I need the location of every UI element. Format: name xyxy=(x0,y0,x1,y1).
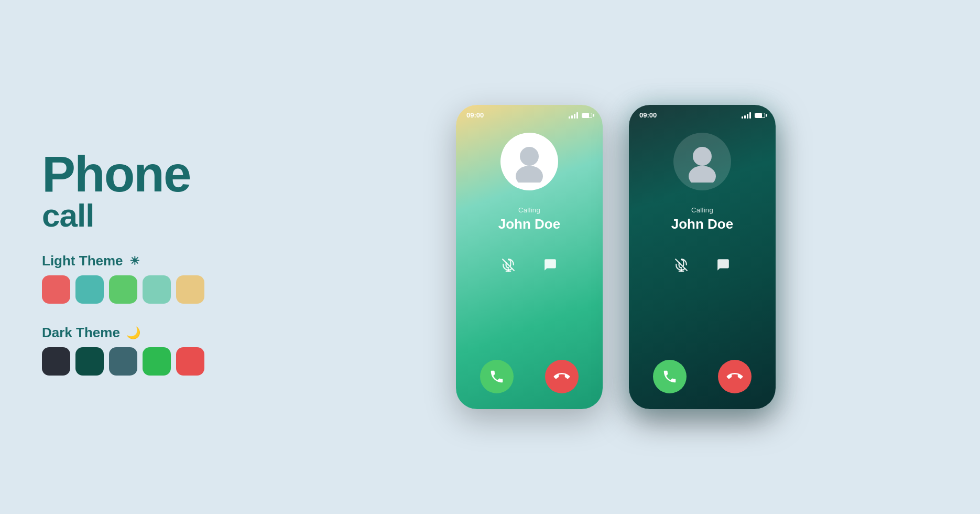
dark-call-buttons xyxy=(653,360,752,393)
light-swatch-3 xyxy=(109,275,137,304)
signal-bar-4 xyxy=(576,112,578,119)
light-decline-button[interactable] xyxy=(545,360,579,393)
light-battery-fill xyxy=(582,113,589,117)
light-battery-icon xyxy=(582,113,592,118)
dark-theme-section: Dark Theme 🌙 xyxy=(42,325,262,376)
dark-mute-icon[interactable] xyxy=(670,253,693,276)
light-swatch-2 xyxy=(75,275,104,304)
signal-bar-1 xyxy=(569,116,570,119)
dark-theme-text: Dark Theme xyxy=(42,325,120,341)
dark-battery-fill xyxy=(755,113,762,117)
light-swatch-1 xyxy=(42,275,70,304)
svg-point-5 xyxy=(693,147,712,166)
dark-contact-name: John Doe xyxy=(671,216,733,232)
dark-theme-label: Dark Theme 🌙 xyxy=(42,325,262,341)
phones-container: 09:00 xyxy=(293,105,938,409)
dark-signal-bar-4 xyxy=(749,112,751,119)
dark-status-bar: 09:00 xyxy=(629,105,776,122)
signal-bar-3 xyxy=(574,114,575,119)
light-swatch-4 xyxy=(143,275,171,304)
dark-message-icon[interactable] xyxy=(712,253,735,276)
light-theme-text: Light Theme xyxy=(42,253,123,269)
dark-status-icons xyxy=(742,112,765,119)
dark-swatch-3 xyxy=(109,347,137,376)
light-theme-label: Light Theme ☀ xyxy=(42,253,262,269)
dark-swatch-1 xyxy=(42,347,70,376)
moon-icon: 🌙 xyxy=(126,326,140,340)
svg-point-6 xyxy=(689,166,716,183)
light-call-buttons xyxy=(480,360,579,393)
light-theme-swatches xyxy=(42,275,262,304)
light-status-icons xyxy=(569,112,592,119)
light-message-icon[interactable] xyxy=(539,253,562,276)
light-calling-label: Calling xyxy=(518,206,540,214)
dark-swatch-5 xyxy=(176,347,204,376)
light-phone-content: Calling John Doe xyxy=(456,122,603,409)
dark-status-time: 09:00 xyxy=(639,111,657,119)
light-status-bar: 09:00 xyxy=(456,105,603,122)
light-status-time: 09:00 xyxy=(466,111,484,119)
light-theme-section: Light Theme ☀ xyxy=(42,253,262,304)
light-contact-name: John Doe xyxy=(498,216,560,232)
title-call: call xyxy=(42,199,262,232)
dark-signal-bar-2 xyxy=(744,115,746,119)
light-mute-icon[interactable] xyxy=(497,253,520,276)
light-swatch-5 xyxy=(176,275,204,304)
dark-calling-label: Calling xyxy=(691,206,713,214)
light-signal-bars xyxy=(569,112,578,119)
title-block: Phone call xyxy=(42,149,262,232)
svg-point-0 xyxy=(520,147,539,166)
signal-bar-2 xyxy=(571,115,573,119)
left-panel: Phone call Light Theme ☀ Dark Theme 🌙 xyxy=(42,138,262,376)
page-container: Phone call Light Theme ☀ Dark Theme 🌙 xyxy=(0,0,980,514)
dark-decline-button[interactable] xyxy=(718,360,752,393)
phone-light: 09:00 xyxy=(456,105,603,409)
dark-phone-content: Calling John Doe xyxy=(629,122,776,409)
dark-swatch-2 xyxy=(75,347,104,376)
light-action-icons xyxy=(497,253,562,276)
dark-avatar xyxy=(673,133,731,190)
light-avatar xyxy=(500,133,558,190)
dark-action-icons xyxy=(670,253,735,276)
dark-theme-swatches xyxy=(42,347,262,376)
dark-signal-bar-1 xyxy=(742,116,743,119)
dark-accept-button[interactable] xyxy=(653,360,687,393)
light-avatar-svg xyxy=(508,141,550,183)
sun-icon: ☀ xyxy=(129,254,140,268)
svg-point-1 xyxy=(516,166,543,183)
title-phone: Phone xyxy=(42,149,262,199)
dark-signal-bars xyxy=(742,112,751,119)
dark-battery-icon xyxy=(755,113,765,118)
dark-avatar-svg xyxy=(681,141,723,183)
light-accept-button[interactable] xyxy=(480,360,514,393)
dark-swatch-4 xyxy=(143,347,171,376)
dark-signal-bar-3 xyxy=(747,114,748,119)
phone-dark: 09:00 xyxy=(629,105,776,409)
